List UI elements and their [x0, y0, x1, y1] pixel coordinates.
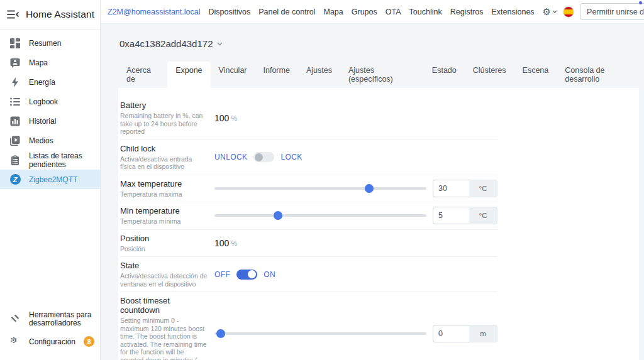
- gear-icon: ⚙: [543, 7, 551, 16]
- tab-escena[interactable]: Escena: [514, 62, 557, 88]
- min-temperature-input[interactable]: [433, 207, 469, 224]
- feature-description: Activa/desactiva detección de ventanas e…: [120, 272, 208, 288]
- sidebar-item-listas-tareas[interactable]: Listas de tareas pendientes: [0, 150, 100, 170]
- z2m-topbar: Z2M@homeassistant.local Dispositivos Pan…: [101, 0, 644, 24]
- language-flag-icon[interactable]: [563, 6, 574, 18]
- chart-box-icon: [9, 116, 21, 127]
- zigbee2mqtt-logo-icon: Z: [9, 174, 21, 185]
- sidebar-header: Home Assistant: [0, 0, 100, 30]
- expose-row-min-temperature: Min temperature Temperatura mínima °C: [120, 202, 497, 230]
- lightning-bolt-icon: [9, 77, 21, 88]
- menu-toggle-icon[interactable]: [7, 9, 19, 19]
- feature-description: Temperatura máxima: [120, 190, 208, 199]
- slider-track[interactable]: [214, 214, 426, 217]
- sidebar-item-herramientas-desarrolladores[interactable]: Herramientas para desarrolladores: [0, 307, 100, 332]
- device-id: 0xa4c1382add43d172: [119, 38, 213, 49]
- slider-thumb[interactable]: [274, 211, 282, 220]
- sidebar-item-label: Zigbee2MQTT: [29, 175, 77, 184]
- max-temperature-slider[interactable]: [214, 184, 426, 193]
- config-notification-badge: 8: [84, 336, 94, 347]
- permit-join-button[interactable]: Permitir unirse desde (Todos): [580, 3, 644, 20]
- sidebar-item-energia[interactable]: Energía: [0, 72, 100, 92]
- tab-expone[interactable]: Expone: [167, 62, 210, 88]
- toggle-on-label: LOCK: [280, 153, 302, 161]
- slider-track[interactable]: [214, 332, 426, 335]
- sidebar-item-medios[interactable]: Medios: [0, 131, 100, 150]
- sidebar-footer: Herramientas para desarrolladores Config…: [0, 307, 100, 360]
- nav-mapa[interactable]: Mapa: [324, 8, 343, 16]
- expose-row-position: Position Posición 100 %: [120, 230, 497, 258]
- tab-estado[interactable]: Estado: [424, 62, 465, 88]
- recording-indicator-dot: [639, 1, 642, 4]
- sidebar-item-logbook[interactable]: Logbook: [0, 92, 100, 111]
- battery-value: 100: [214, 113, 229, 123]
- boost-timeset-slider[interactable]: [214, 329, 426, 338]
- z2m-instance-link[interactable]: Z2M@homeassistant.local: [108, 8, 200, 16]
- topbar-right: ⚙ Permitir unirse desde (Todos): [543, 3, 644, 20]
- toggle-knob: [248, 270, 256, 278]
- account-location-icon: [9, 57, 21, 68]
- sidebar-item-historial[interactable]: Historial: [0, 111, 100, 131]
- play-box-multiple-icon: [9, 135, 21, 146]
- sidebar: Home Assistant Resumen Mapa Energía: [0, 0, 101, 360]
- feature-name: Child lock: [120, 144, 208, 153]
- feature-name: State: [120, 261, 208, 270]
- toggle-on-label: ON: [264, 270, 275, 279]
- clipboard-list-icon: [9, 155, 21, 166]
- chevron-down-icon: [217, 42, 223, 46]
- sidebar-item-label: Energía: [29, 78, 55, 87]
- sidebar-item-mapa[interactable]: Mapa: [0, 53, 100, 72]
- sidebar-item-resumen[interactable]: Resumen: [0, 33, 100, 53]
- tab-ajustes[interactable]: Ajustes: [298, 62, 340, 88]
- feature-name: Min temperature: [120, 206, 208, 215]
- tab-vincular[interactable]: Vincular: [211, 62, 255, 88]
- tab-clusteres[interactable]: Clústeres: [465, 62, 514, 88]
- feature-description: Setting minimum 0 - maximum 120 minutes …: [120, 317, 208, 360]
- unit-addon: °C: [469, 207, 497, 224]
- tab-informe[interactable]: Informe: [255, 62, 298, 88]
- max-temperature-input-group: °C: [433, 180, 497, 197]
- nav-dispositivos[interactable]: Dispositivos: [208, 8, 250, 16]
- min-temperature-input-group: °C: [433, 207, 497, 224]
- sidebar-item-configuracion[interactable]: Configuración 8: [0, 332, 100, 351]
- tab-ajustes-especificos[interactable]: Ajustes (específicos): [340, 62, 424, 88]
- app-root: Home Assistant Resumen Mapa Energía: [0, 0, 644, 360]
- app-title: Home Assistant: [26, 9, 94, 20]
- state-toggle[interactable]: [236, 270, 257, 280]
- slider-thumb[interactable]: [365, 184, 374, 193]
- feature-description: Posición: [120, 245, 208, 253]
- tab-consola-desarrollo[interactable]: Consola de desarrollo: [557, 62, 644, 88]
- feature-name: Position: [120, 234, 208, 243]
- child-lock-toggle[interactable]: [253, 152, 274, 162]
- device-selector[interactable]: 0xa4c1382add43d172: [119, 38, 644, 49]
- slider-track[interactable]: [214, 187, 426, 190]
- settings-dropdown[interactable]: ⚙: [543, 7, 557, 16]
- nav-grupos[interactable]: Grupos: [352, 8, 377, 16]
- cog-icon: [9, 336, 21, 347]
- sidebar-nav: Resumen Mapa Energía Logbook: [0, 30, 100, 189]
- max-temperature-input[interactable]: [433, 180, 469, 197]
- min-temperature-slider[interactable]: [214, 211, 426, 220]
- nav-ota[interactable]: OTA: [386, 8, 401, 16]
- sidebar-item-zigbee2mqtt[interactable]: Z Zigbee2MQTT: [0, 170, 100, 189]
- toggle-off-label: UNLOCK: [214, 153, 247, 161]
- main-area: Z2M@homeassistant.local Dispositivos Pan…: [101, 0, 644, 360]
- nav-registros[interactable]: Registros: [450, 8, 484, 16]
- slider-thumb[interactable]: [216, 329, 225, 338]
- nav-panel-de-control[interactable]: Panel de control: [258, 8, 315, 16]
- feature-name: Battery: [120, 101, 208, 110]
- z2m-nav: Dispositivos Panel de control Mapa Grupo…: [208, 8, 534, 16]
- unit-addon: m: [469, 325, 497, 342]
- boost-timeset-input[interactable]: [433, 325, 469, 342]
- feature-name: Boost timeset countdown: [120, 296, 208, 315]
- nav-touchlink[interactable]: Touchlink: [409, 8, 442, 16]
- expose-row-state: State Activa/desactiva detección de vent…: [120, 257, 497, 292]
- tab-acerca-de[interactable]: Acerca de: [118, 62, 167, 88]
- nav-extensiones[interactable]: Extensiones: [491, 8, 534, 16]
- feature-description: Remaining battery in %, can take up to 2…: [120, 112, 208, 136]
- expose-card: Battery Remaining battery in %, can take…: [118, 88, 639, 360]
- feature-description: Temperatura mínima: [120, 217, 208, 226]
- position-unit: %: [231, 239, 237, 247]
- sidebar-item-label: Resumen: [29, 39, 61, 48]
- expose-row-max-temperature: Max temperature Temperatura máxima °C: [120, 175, 497, 203]
